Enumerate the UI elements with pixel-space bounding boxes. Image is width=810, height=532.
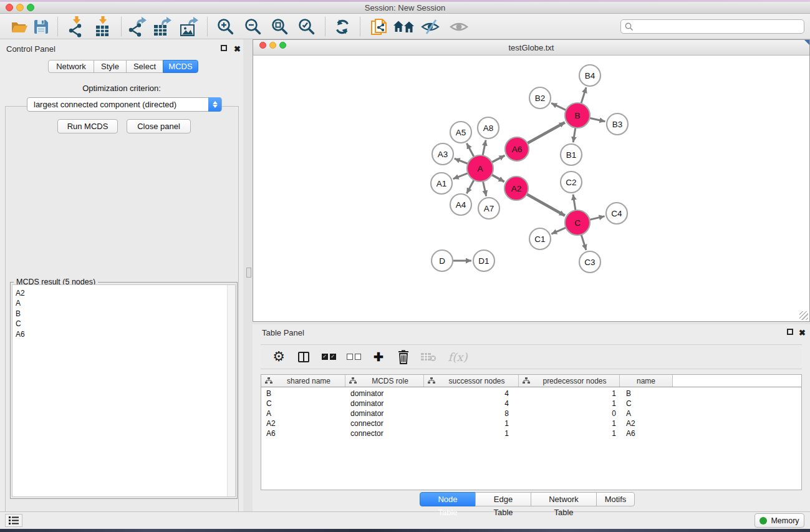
hide-details-button[interactable]: [419, 16, 441, 37]
graph-edge-A-A2[interactable]: [491, 175, 504, 181]
graph-node-A7[interactable]: A7: [478, 198, 499, 219]
graph-node-C[interactable]: C: [565, 210, 590, 235]
zoom-in-button[interactable]: [215, 16, 237, 37]
graph-node-A[interactable]: A: [467, 155, 493, 181]
refresh-button[interactable]: [331, 16, 354, 37]
graph-node-A2[interactable]: A2: [504, 177, 528, 200]
graph-node-C3[interactable]: C3: [579, 251, 600, 273]
export-table-button[interactable]: [152, 16, 174, 37]
tab-select[interactable]: Select: [126, 60, 163, 73]
graph-edge-C-C2[interactable]: [573, 195, 576, 210]
copy-network-button[interactable]: [367, 16, 390, 37]
graph-edge-A-A6[interactable]: [492, 155, 505, 162]
memory-button[interactable]: Memory: [755, 513, 804, 528]
graph-node-A8[interactable]: A8: [478, 117, 499, 138]
open-file-button[interactable]: [8, 16, 31, 37]
graph-edge-A-A3[interactable]: [455, 158, 468, 163]
graph-node-C2[interactable]: C2: [561, 172, 582, 193]
birds-eye-button[interactable]: [448, 16, 470, 37]
graph-node-B1[interactable]: B1: [561, 144, 582, 165]
table-row[interactable]: C dominator 4 1 C: [261, 399, 801, 409]
graph-node-A6[interactable]: A6: [505, 137, 529, 161]
scrollbar-track[interactable]: [227, 285, 235, 496]
tab-style[interactable]: Style: [94, 60, 127, 73]
zoom-out-button[interactable]: [242, 16, 264, 37]
list-item[interactable]: B: [16, 309, 235, 319]
resize-grip-icon[interactable]: [799, 311, 808, 320]
list-item[interactable]: A2: [16, 288, 235, 298]
graph-node-D1[interactable]: D1: [473, 250, 494, 271]
graph-node-A5[interactable]: A5: [450, 122, 471, 143]
graph-edge-C-C1[interactable]: [551, 228, 566, 234]
import-table-button[interactable]: [92, 16, 114, 37]
column-header-predecessor-nodes[interactable]: predecessor nodes: [519, 375, 620, 387]
graph-edge-A6-B[interactable]: [528, 122, 565, 143]
graph-edge-A-A1[interactable]: [453, 173, 468, 179]
search-field[interactable]: [620, 19, 804, 34]
network-graph[interactable]: B4B2BB3A5A8A6A3B1AA1C2A2A4A7C4CC1DD1C3: [253, 56, 809, 321]
table-row[interactable]: A2 connector 1 1 A2: [261, 418, 801, 428]
import-network-button[interactable]: [65, 16, 88, 37]
graph-node-B[interactable]: B: [565, 103, 590, 128]
export-network-button[interactable]: [127, 16, 149, 37]
zoom-fit-button[interactable]: [269, 16, 291, 37]
graph-node-B2[interactable]: B2: [529, 87, 551, 109]
graph-edge-B-B3[interactable]: [590, 118, 605, 121]
graph-node-D[interactable]: D: [432, 250, 453, 271]
save-session-button[interactable]: [30, 16, 52, 37]
graph-node-A4[interactable]: A4: [450, 194, 471, 215]
graph-edge-A-A8[interactable]: [483, 140, 486, 156]
graph-edge-A2-C[interactable]: [527, 194, 565, 215]
close-panel-button[interactable]: Close panel: [127, 119, 191, 133]
graph-node-C1[interactable]: C1: [529, 228, 551, 249]
add-column-button[interactable]: ✚: [370, 349, 387, 365]
network-canvas[interactable]: B4B2BB3A5A8A6A3B1AA1C2A2A4A7C4CC1DD1C3: [253, 56, 809, 321]
graph-node-B3[interactable]: B3: [607, 114, 628, 135]
zoom-selected-button[interactable]: [296, 16, 318, 37]
column-header-successor-nodes[interactable]: successor nodes: [424, 375, 519, 387]
graph-edge-A-A7[interactable]: [483, 181, 486, 196]
tab-mcds[interactable]: MCDS: [163, 60, 198, 73]
column-header-shared-name[interactable]: shared name: [261, 375, 345, 387]
table-row[interactable]: A dominator 8 0 A: [261, 409, 801, 418]
search-input[interactable]: [634, 22, 804, 31]
show-columns-button[interactable]: [296, 349, 312, 365]
graph-node-B4[interactable]: B4: [579, 65, 600, 86]
graph-edge-B-B4[interactable]: [581, 87, 586, 104]
float-panel-icon[interactable]: [787, 329, 793, 335]
tab-node-table[interactable]: Node Table: [420, 492, 476, 506]
list-item[interactable]: A: [16, 298, 235, 308]
optimization-criterion-dropdown[interactable]: largest connected component (directed): [27, 97, 222, 112]
run-mcds-button[interactable]: Run MCDS: [57, 119, 118, 133]
delete-button[interactable]: [395, 349, 412, 365]
graph-edge-A-A5[interactable]: [466, 143, 474, 157]
export-image-button[interactable]: [178, 16, 201, 37]
table-row[interactable]: B dominator 4 1 B: [261, 389, 801, 399]
close-panel-icon[interactable]: ✖: [234, 46, 241, 52]
home-button[interactable]: [393, 16, 415, 37]
list-item[interactable]: A6: [16, 329, 235, 339]
tab-motifs[interactable]: Motifs: [596, 492, 635, 506]
table-settings-button[interactable]: ⚙: [271, 349, 287, 365]
column-header-mcds-role[interactable]: MCDS role: [345, 375, 424, 387]
select-all-button[interactable]: ✓✓: [321, 349, 337, 365]
table-row[interactable]: A6 connector 1 1 A6: [261, 428, 801, 438]
graph-edge-A-A4[interactable]: [466, 180, 474, 194]
graph-edge-B-B1[interactable]: [573, 128, 576, 142]
deselect-all-button[interactable]: [345, 349, 362, 365]
graph-node-A3[interactable]: A3: [432, 143, 453, 165]
mcds-result-list[interactable]: A2 A B C A6: [12, 284, 236, 497]
tab-network[interactable]: Network: [48, 60, 94, 73]
graph-edge-C-C3[interactable]: [581, 235, 586, 250]
panel-splitter-handle[interactable]: [246, 268, 251, 278]
graph-edge-B-B2[interactable]: [551, 103, 566, 110]
graph-node-C4[interactable]: C4: [606, 203, 627, 224]
column-header-name[interactable]: name: [620, 375, 673, 387]
graph-node-A1[interactable]: A1: [431, 173, 452, 194]
graph-edge-C-C4[interactable]: [589, 216, 604, 220]
tab-network-table[interactable]: Network Table: [531, 492, 597, 506]
task-history-button[interactable]: [5, 514, 22, 527]
close-panel-icon[interactable]: ✖: [799, 330, 806, 336]
list-item[interactable]: C: [16, 319, 235, 329]
float-panel-icon[interactable]: [221, 45, 227, 51]
